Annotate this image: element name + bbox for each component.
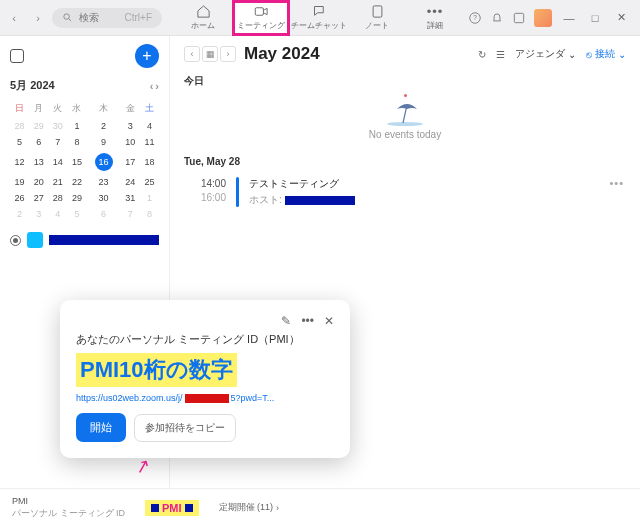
note-icon [370,4,385,19]
chat-icon [312,4,327,19]
more-icon[interactable]: ••• [301,314,314,328]
agenda-dropdown[interactable]: アジェンダ ⌄ [515,47,576,61]
start-button[interactable]: 開始 [76,413,126,442]
footer: PMI パーソナル ミーティング ID PMI 定期開催 (11) › [0,488,640,526]
footer-pmi-tag[interactable]: PMI [145,500,199,516]
no-events: No events today [184,94,626,140]
calendar-icon: ▦ [202,46,218,62]
cal-prev[interactable]: ‹ [150,80,154,92]
mini-calendar[interactable]: 日月火水木金土 28293012345678910111213141516171… [10,99,159,222]
win-max[interactable]: □ [586,12,604,24]
search-icon [62,12,73,23]
radio-icon [10,235,21,246]
svg-point-7 [387,122,423,126]
event-row[interactable]: 14:00 16:00 テストミーティング ホスト: ••• [184,171,626,213]
filter-icon[interactable]: ☰ [496,49,505,60]
popup-title: あなたのパーソナル ミーティング ID（PMI） [76,332,334,347]
connect-button[interactable]: ⎋接続 ⌄ [586,47,626,61]
refresh-icon[interactable]: ↻ [478,49,486,60]
event-time: 14:00 16:00 [186,177,226,205]
close-icon[interactable]: ✕ [324,314,334,328]
svg-point-0 [64,14,70,20]
avatar[interactable] [534,9,552,27]
account-name-redacted [49,235,159,245]
home-icon [196,4,211,19]
redacted [185,394,229,403]
svg-rect-6 [514,13,523,22]
link-icon: ⎋ [586,49,592,60]
chevron-right-icon: › [276,503,279,513]
search-label: 検索 [79,11,99,25]
tab-home[interactable]: ホーム [174,0,232,36]
activity-icon[interactable] [512,11,526,25]
footer-pmi-label[interactable]: PMI パーソナル ミーティング ID [12,496,125,519]
add-button[interactable]: + [135,44,159,68]
more-icon: ••• [427,4,444,19]
event-title: テストミーティング [249,177,599,191]
tab-teamchat[interactable]: チームチャット [290,0,348,36]
umbrella-icon [383,101,427,127]
search-input[interactable]: 検索 Ctrl+F [52,8,162,28]
svg-text:?: ? [473,14,477,21]
event-host: ホスト: [249,193,599,207]
tab-more[interactable]: ••• 詳細 [406,0,464,36]
dot-icon [404,94,407,97]
svg-rect-2 [255,8,263,16]
footer-schedule[interactable]: 定期開催 (11) › [219,501,280,514]
chevron-down-icon: ⌄ [568,49,576,60]
win-min[interactable]: — [560,12,578,24]
account-row[interactable] [10,232,159,248]
day-header: Tue, May 28 [184,156,626,167]
event-more-icon[interactable]: ••• [609,177,624,189]
tab-meeting[interactable]: ミーティング [232,0,290,36]
svg-line-1 [69,19,71,21]
annotation: PMI10桁の数字 [76,353,237,387]
bell-icon[interactable] [490,11,504,25]
copy-invite-button[interactable]: 参加招待をコピー [134,414,236,442]
nav-back[interactable]: ‹ [4,8,24,28]
search-hint: Ctrl+F [125,12,153,23]
topbar: ‹ › 検索 Ctrl+F ホーム ミーティング チームチャット ノート •••… [0,0,640,36]
account-avatar [27,232,43,248]
video-icon [254,4,269,19]
page-title: May 2024 [244,44,320,64]
svg-rect-3 [373,6,382,17]
pmi-popup: ✎ ••• ✕ あなたのパーソナル ミーティング ID（PMI） PMI10桁の… [60,300,350,458]
pmi-link[interactable]: https://us02web.zoom.us/j/5?pwd=T... [76,393,334,403]
help-icon[interactable]: ? [468,11,482,25]
cal-next[interactable]: › [155,80,159,92]
today-header: 今日 [184,74,626,88]
panel-toggle-icon[interactable] [10,49,24,63]
event-bar [236,177,239,207]
chevron-down-icon: ⌄ [618,49,626,60]
edit-icon[interactable]: ✎ [281,314,291,328]
nav-fwd[interactable]: › [28,8,48,28]
calendar-month: 5月 2024 [10,78,55,93]
date-nav[interactable]: ‹▦› [184,46,236,62]
tab-note[interactable]: ノート [348,0,406,36]
win-close[interactable]: ✕ [612,11,630,24]
